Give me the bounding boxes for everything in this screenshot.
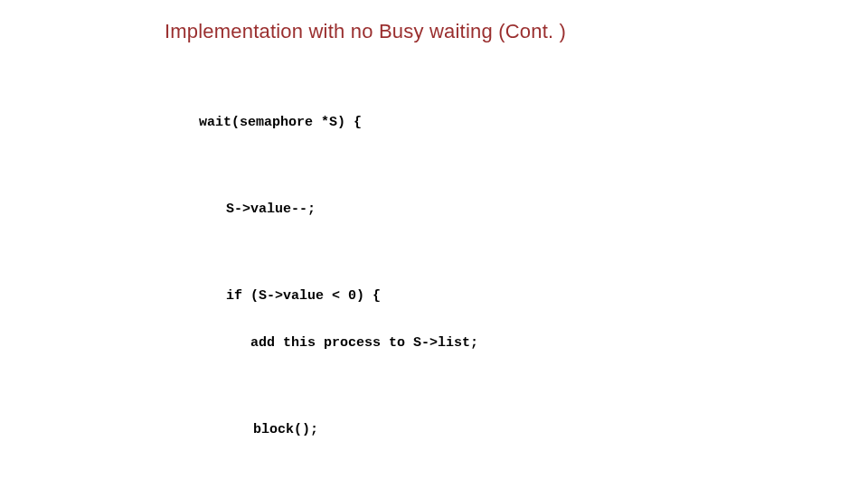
code-line: S->value--; [199, 202, 511, 217]
slide-title: Implementation with no Busy waiting (Con… [165, 20, 566, 43]
code-line: wait(semaphore *S) { [199, 115, 511, 130]
code-line: block(); [199, 422, 511, 437]
slide: Implementation with no Busy waiting (Con… [0, 0, 868, 488]
code-block: wait(semaphore *S) { S->value--; if (S->… [199, 83, 511, 488]
code-line: if (S->value < 0) { [199, 288, 511, 304]
code-line: add this process to S->list; [199, 335, 511, 351]
